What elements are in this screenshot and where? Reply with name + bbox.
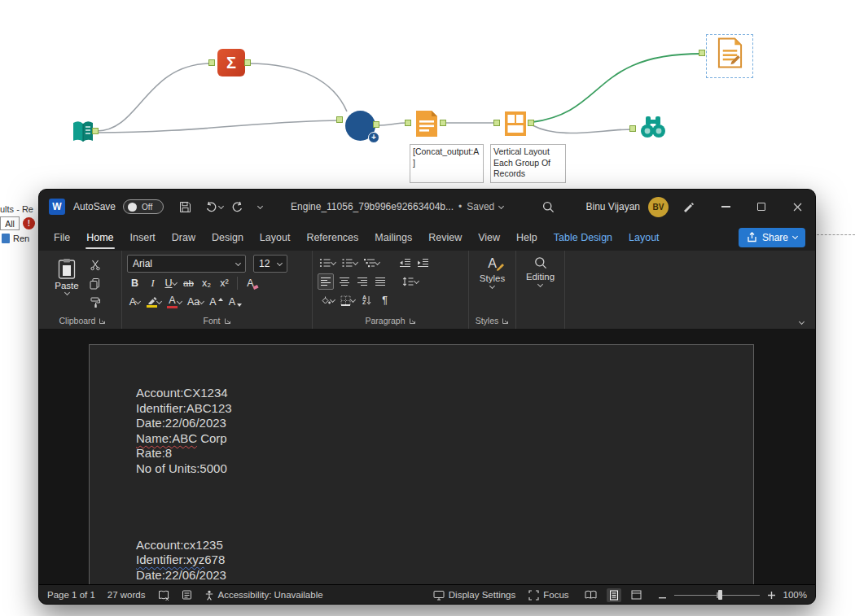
zoom-out-button[interactable] — [657, 589, 668, 601]
grow-font-button[interactable]: A — [208, 294, 224, 310]
results-item-fragment[interactable]: Ren — [2, 234, 29, 243]
align-center-button[interactable] — [336, 273, 352, 290]
align-left-button[interactable] — [318, 273, 334, 290]
numbering-chevron[interactable] — [353, 259, 358, 264]
print-layout-button[interactable] — [607, 588, 621, 602]
italic-button[interactable]: I — [145, 275, 160, 291]
tab-table-design[interactable]: Table Design — [546, 224, 620, 251]
share-chevron[interactable] — [792, 234, 798, 239]
clear-formatting-button[interactable]: A — [243, 275, 258, 291]
maximize-button[interactable] — [743, 190, 779, 224]
editing-button[interactable]: Editing — [521, 252, 559, 286]
share-button[interactable]: Share — [739, 228, 805, 247]
save-status[interactable]: Saved — [467, 201, 494, 212]
line-spacing-button[interactable] — [401, 273, 420, 290]
tab-help[interactable]: Help — [508, 224, 546, 251]
bullets-button[interactable] — [318, 255, 337, 271]
tab-home[interactable]: Home — [78, 224, 121, 251]
dialog-launcher-icon[interactable] — [224, 317, 231, 325]
font-color-button[interactable]: A — [165, 294, 183, 310]
dialog-launcher-icon[interactable] — [502, 317, 509, 325]
borders-button[interactable] — [339, 292, 357, 308]
presenter-pen-button[interactable] — [677, 190, 699, 224]
font-size-select[interactable]: 12 — [253, 255, 287, 273]
undo-button[interactable] — [203, 190, 226, 224]
render-tool[interactable] — [716, 37, 744, 72]
layout-tool-annotation[interactable]: Vertical Layout Each Group Of Records — [490, 144, 566, 183]
increase-indent-button[interactable] — [415, 255, 431, 271]
input-anchor-summarize[interactable] — [208, 59, 215, 66]
underline-button[interactable]: U — [163, 275, 178, 291]
save-button[interactable] — [173, 190, 196, 224]
strikethrough-button[interactable]: ab — [181, 275, 196, 291]
output-anchor-summarize[interactable] — [244, 59, 251, 66]
paste-chevron[interactable] — [64, 290, 69, 295]
shrink-font-button[interactable]: A — [227, 294, 243, 310]
undo-dropdown-chevron[interactable] — [218, 203, 224, 208]
tab-review[interactable]: Review — [420, 224, 470, 251]
bold-button[interactable]: B — [127, 275, 142, 291]
dialog-launcher-icon[interactable] — [409, 317, 416, 325]
styles-button[interactable]: A Styles — [474, 252, 511, 288]
document-text[interactable]: Account:CX1234 Identifier:ABC123 Date:22… — [136, 386, 232, 583]
format-painter-button[interactable] — [90, 297, 101, 312]
close-button[interactable] — [779, 190, 815, 224]
text-effects-chevron[interactable] — [135, 298, 141, 304]
display-settings-button[interactable]: Display Settings — [433, 590, 515, 601]
subscript-button[interactable]: x₂ — [199, 275, 214, 291]
save-status-chevron[interactable] — [498, 203, 504, 208]
copy-button[interactable] — [90, 278, 101, 293]
collapse-ribbon-button[interactable] — [799, 319, 805, 325]
styles-chevron[interactable] — [489, 283, 495, 289]
summarize-tool[interactable]: Σ — [217, 49, 245, 76]
text-effects-button[interactable]: A — [127, 294, 142, 310]
input-anchor-text[interactable] — [405, 120, 411, 126]
concat-tool-annotation[interactable]: [Concat_output:A ] — [410, 144, 484, 183]
output-anchor-text[interactable] — [440, 120, 446, 126]
output-anchor-macro[interactable] — [373, 121, 379, 128]
dialog-launcher-icon[interactable] — [99, 317, 106, 325]
minimize-button[interactable] — [708, 190, 743, 224]
accessibility-status[interactable]: Accessibility: Unavailable — [204, 590, 323, 601]
show-paragraph-marks-button[interactable]: ¶ — [377, 292, 392, 308]
layout-tool[interactable] — [502, 109, 528, 142]
tab-view[interactable]: View — [470, 224, 508, 251]
focus-button[interactable]: Focus — [528, 590, 568, 601]
document-title[interactable]: Engine_11056_79b996e92663404b... • Saved — [291, 201, 503, 212]
font-name-select[interactable]: Arial — [127, 255, 246, 273]
input-anchor-layout[interactable] — [493, 120, 500, 126]
sort-button[interactable]: A Z — [359, 292, 375, 308]
tab-layout[interactable]: Layout — [252, 224, 299, 251]
zoom-thumb[interactable] — [718, 590, 722, 600]
cut-button[interactable] — [90, 260, 101, 274]
text-highlight-button[interactable] — [145, 294, 163, 310]
tab-insert[interactable]: Insert — [122, 224, 164, 251]
macro-tool[interactable]: + — [345, 111, 375, 141]
multilevel-chevron[interactable] — [375, 259, 380, 264]
quick-access-menu-button[interactable] — [248, 190, 271, 224]
shading-button[interactable] — [318, 292, 336, 308]
tab-draw[interactable]: Draw — [164, 224, 204, 251]
web-layout-button[interactable] — [629, 588, 644, 601]
output-anchor-input[interactable] — [92, 128, 99, 134]
read-mode-button[interactable] — [582, 588, 599, 601]
tab-design[interactable]: Design — [204, 224, 252, 251]
highlight-chevron[interactable] — [156, 298, 162, 304]
zoom-level[interactable]: 100% — [783, 590, 807, 600]
page-indicator[interactable]: Page 1 of 1 — [47, 590, 95, 600]
word-count[interactable]: 27 words — [107, 590, 146, 600]
align-right-button[interactable] — [354, 273, 370, 290]
redo-button[interactable] — [226, 190, 248, 224]
document-page[interactable]: Account:CX1234 Identifier:ABC123 Date:22… — [89, 344, 754, 584]
numbering-button[interactable] — [340, 255, 359, 271]
bullets-chevron[interactable] — [331, 259, 336, 264]
report-text-tool[interactable] — [414, 109, 440, 142]
justify-button[interactable] — [372, 273, 388, 290]
input-anchor-render[interactable] — [699, 50, 705, 56]
decrease-indent-button[interactable] — [397, 255, 413, 271]
multilevel-list-button[interactable] — [362, 255, 381, 271]
user-name[interactable]: Binu Vijayan — [586, 201, 641, 212]
shading-chevron[interactable] — [330, 296, 335, 302]
results-filter-all[interactable]: All — [0, 216, 20, 230]
paste-button[interactable]: Paste — [49, 255, 85, 315]
